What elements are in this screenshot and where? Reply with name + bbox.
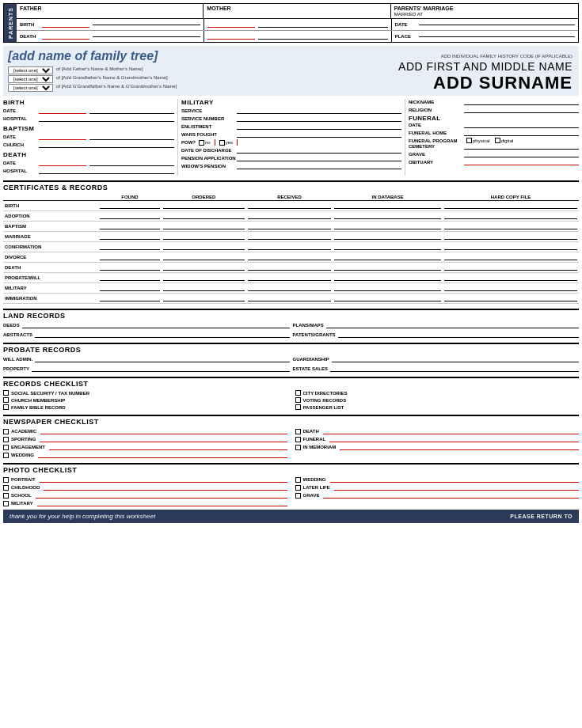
select-1[interactable]: [select one]: [8, 66, 53, 74]
deeds-field: DEEDS: [3, 322, 290, 328]
cert-col-hard-copy: HARD COPY FILE: [443, 194, 579, 201]
death-section: DEATH DATE HOSPITAL: [3, 151, 174, 174]
list-item[interactable]: CHURCH MEMBERSHIP: [3, 397, 287, 403]
military-section: MILITARY SERVICE SERVICE NUMBER ENLISTME…: [177, 99, 405, 176]
birth-title: BIRTH: [3, 99, 174, 106]
service-row: SERVICE: [181, 108, 401, 114]
list-item[interactable]: MILITARY: [3, 500, 287, 506]
grave-row: GRAVE: [409, 151, 579, 157]
certificates-section: CERTIFICATES & RECORDS FOUND ORDERED REC…: [3, 180, 579, 304]
will-admin-field: WILL ADMIN.: [3, 356, 290, 362]
list-item[interactable]: WEDDING: [3, 452, 287, 458]
birth-hospital-row: HOSPITAL: [3, 116, 174, 122]
newspaper-section: NEWSPAPER CHECKLIST ACADEMICDEATHSPORTIN…: [3, 415, 579, 458]
list-item[interactable]: PASSENGER LIST: [295, 404, 580, 410]
name-select-rows: [select one] of [Add Father's Name & Mot…: [8, 66, 305, 92]
name-right: ADD INDIVIDUAL FAMILY HISTORY CODE (IF A…: [310, 46, 579, 96]
cert-col-received: RECEIVED: [246, 194, 333, 201]
table-row: CONFIRMATION: [3, 242, 579, 252]
probate-records-section: PROBATE RECORDS WILL ADMIN. GUARDIANSHIP…: [3, 343, 579, 372]
estate-sales-field: ESTATE SALES: [293, 366, 580, 372]
parents-headers: FATHER MOTHER PARENTS' MARRIAGE MARRIED …: [17, 4, 578, 19]
nickname-row: NICKNAME: [409, 99, 579, 105]
marriage-date-cell: DATE: [391, 19, 578, 30]
newspaper-title: NEWSPAPER CHECKLIST: [3, 418, 579, 426]
mother-header: MOTHER: [204, 4, 390, 18]
funeral-title: FUNERAL: [409, 115, 579, 122]
pension-row: PENSION APPLICATION: [181, 155, 401, 161]
left-column: BIRTH DATE HOSPITAL BAPTISM DATE: [3, 99, 177, 176]
funeral-home-row: FUNERAL HOME: [409, 130, 579, 136]
list-item[interactable]: ENGAGEMENT: [3, 444, 287, 450]
service-number-row: SERVICE NUMBER: [181, 116, 401, 122]
list-item[interactable]: SOCIAL SECURITY / TAX NUMBER: [3, 390, 287, 396]
list-item[interactable]: IN MEMORIAM: [295, 444, 580, 450]
discharge-row: DATE OF DISCHARGE: [181, 147, 401, 154]
name-left: [add name of family tree] [select one] o…: [3, 46, 310, 96]
select-2[interactable]: [select one]: [8, 75, 53, 83]
list-item[interactable]: GRAVE: [295, 492, 580, 499]
individual-code: ADD INDIVIDUAL FAMILY HISTORY CODE (IF A…: [316, 54, 572, 59]
list-item[interactable]: LATER LIFE: [295, 484, 580, 491]
list-item[interactable]: SCHOOL: [3, 492, 287, 499]
select-row-3: [select one] of [Add G'Grandfather's Nam…: [8, 84, 305, 92]
list-item[interactable]: PORTRAIT: [3, 476, 287, 483]
baptism-title: BAPTISM: [3, 125, 174, 132]
death-date-row: DATE: [3, 160, 174, 166]
select-row-1: [select one] of [Add Father's Name & Mot…: [8, 66, 305, 74]
main-content: BIRTH DATE HOSPITAL BAPTISM DATE: [3, 99, 579, 506]
birth-section: BIRTH DATE HOSPITAL: [3, 99, 174, 122]
birth-date-row: DATE: [3, 108, 174, 114]
abstracts-field: ABSTRACTS: [3, 332, 290, 338]
records-checklist-grid: SOCIAL SECURITY / TAX NUMBERCITY DIRECTO…: [3, 390, 579, 410]
cert-col-database: IN DATABASE: [333, 194, 443, 201]
guardianship-field: GUARDIANSHIP: [293, 356, 580, 362]
pow-yes-checkbox[interactable]: yes: [219, 140, 233, 146]
physical-checkbox[interactable]: physical: [466, 138, 490, 143]
list-item[interactable]: CHILDHOOD: [3, 484, 287, 491]
table-row: DEATH: [3, 263, 579, 273]
table-row: DIVORCE: [3, 252, 579, 263]
land-title: LAND RECORDS: [3, 312, 579, 320]
cemetery-row: CEMETERY: [409, 143, 579, 150]
footer-return: PLEASE RETURN TO: [510, 514, 572, 519]
select-row-2: [select one] of [Add Grandfather's Name …: [8, 75, 305, 83]
table-row: PROBATE/WILL: [3, 273, 579, 283]
land-fields: DEEDS PLANS/MAPS ABSTRACTS PATENTS/GRANT…: [3, 322, 579, 338]
funeral-program-row: FUNERAL PROGRAM physical digital: [409, 138, 579, 143]
first-middle-name: ADD FIRST AND MIDDLE NAME: [316, 60, 572, 74]
cert-table: FOUND ORDERED RECEIVED IN DATABASE HARD …: [3, 194, 579, 304]
list-item[interactable]: VOTING RECORDS: [295, 397, 580, 403]
list-item[interactable]: DEATH: [295, 428, 580, 434]
parents-label: PARENTS: [4, 4, 17, 42]
cert-title: CERTIFICATES & RECORDS: [3, 184, 579, 191]
father-header: FATHER: [17, 4, 204, 18]
list-item[interactable]: FAMILY BIBLE RECORD: [3, 404, 287, 410]
table-row: MILITARY: [3, 283, 579, 294]
list-item[interactable]: FUNERAL: [295, 436, 580, 442]
select-3[interactable]: [select one]: [8, 84, 53, 92]
patents-grants-field: PATENTS/GRANTS: [293, 332, 580, 338]
baptism-church-row: CHURCH: [3, 142, 174, 148]
list-item[interactable]: SPORTING: [3, 436, 287, 442]
pow-row: POW? no yes: [181, 139, 401, 146]
table-row: MARRIAGE: [3, 232, 579, 242]
name-header: [add name of family tree] [select one] o…: [3, 46, 579, 96]
list-item[interactable]: WEDDING: [295, 476, 580, 483]
enlistment-row: ENLISTMENT: [181, 123, 401, 130]
list-item[interactable]: CITY DIRECTORIES: [295, 390, 580, 396]
baptism-date-row: DATE: [3, 134, 174, 140]
records-checklist-title: RECORDS CHECKLIST: [3, 380, 579, 388]
property-field: PROPERTY: [3, 366, 290, 372]
list-item[interactable]: ACADEMIC: [3, 428, 287, 434]
plans-maps-field: PLANS/MAPS: [293, 322, 580, 328]
probate-fields: WILL ADMIN. GUARDIANSHIP PROPERTY ESTATE…: [3, 356, 579, 372]
pow-no-checkbox[interactable]: no: [199, 140, 211, 146]
cert-col-name: [3, 194, 98, 201]
religion-row: RELIGION: [409, 107, 579, 113]
footer: thank you for your help in completing th…: [3, 510, 579, 523]
wars-row: WARS FOUGHT: [181, 131, 401, 138]
digital-checkbox[interactable]: digital: [495, 138, 514, 143]
table-row: BAPTISM: [3, 222, 579, 232]
records-checklist-section: RECORDS CHECKLIST SOCIAL SECURITY / TAX …: [3, 377, 579, 410]
